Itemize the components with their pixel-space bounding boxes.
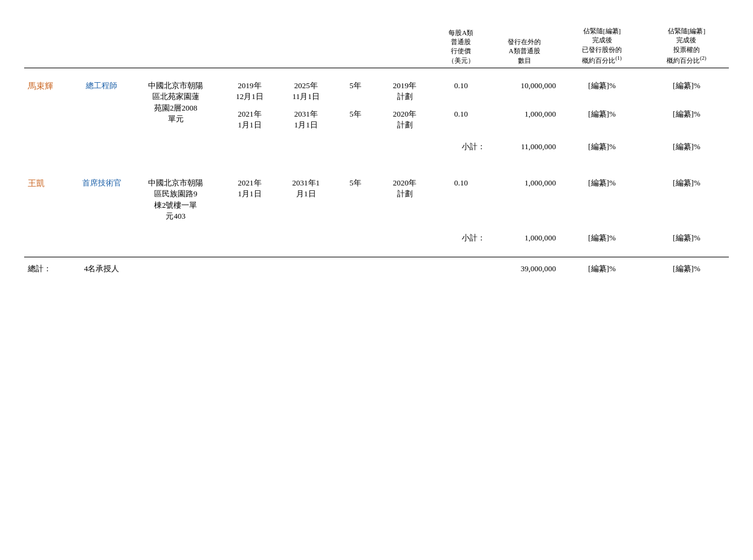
subtotal-row: 小計：11,000,000[編纂]%[編纂]% bbox=[24, 133, 729, 155]
subtotal-pct1: [編纂]% bbox=[560, 133, 644, 155]
col-pct2-line3: 投票權的 bbox=[648, 45, 725, 54]
col-vest-header bbox=[334, 24, 376, 68]
percentage-voting: [編纂]% bbox=[644, 105, 729, 133]
grant-date: 2021年 1月1日 bbox=[221, 105, 277, 133]
vesting-period: 5年 bbox=[334, 68, 376, 105]
subtotal-pct1: [編纂]% bbox=[560, 224, 644, 246]
col-pct1-line3: 已發行股份的 bbox=[563, 45, 641, 54]
person-name: 王凱 bbox=[24, 166, 74, 224]
exercise-price: 0.10 bbox=[433, 166, 489, 224]
spacer-row bbox=[24, 246, 729, 257]
table-row: 馬束輝總工程師中國北京市朝陽 區北苑家園蓮 苑園2層2008 單元2019年 1… bbox=[24, 68, 729, 105]
col-shares-line1: 發行在外的 bbox=[493, 37, 556, 47]
col-pct2-line1: 佔緊隨[編纂] bbox=[648, 27, 725, 36]
subtotal-label: 小計： bbox=[433, 133, 489, 155]
main-table-container: 每股A類 普通股 行使價 （美元） 發行在外的 A類普通股 數目 佔緊隨[編纂]… bbox=[24, 24, 729, 277]
percentage-voting: [編纂]% bbox=[644, 166, 729, 224]
subtotal-shares: 11,000,000 bbox=[489, 133, 560, 155]
col-shares-line3: 數目 bbox=[493, 56, 556, 65]
plan-name: 2020年 計劃 bbox=[376, 105, 433, 133]
total-grantee-count: 4名承授人 bbox=[74, 257, 130, 277]
col-price-line2: 普通股 bbox=[436, 37, 485, 47]
col-expiry-header bbox=[278, 24, 334, 68]
col-price-header: 每股A類 普通股 行使價 （美元） bbox=[433, 24, 489, 68]
shares-number: 10,000,000 bbox=[489, 68, 560, 105]
col-role-header bbox=[74, 24, 130, 68]
expiry-date: 2031年 1月1日 bbox=[278, 105, 334, 133]
col-shares-line2: A類普通股 bbox=[493, 47, 556, 56]
total-label: 總計： bbox=[24, 257, 74, 277]
plan-name: 2019年 計劃 bbox=[376, 68, 433, 105]
percentage-issued: [編纂]% bbox=[560, 68, 644, 105]
col-grant-header bbox=[221, 24, 277, 68]
col-price-line3: 行使價 bbox=[436, 47, 485, 56]
subtotal-pct2: [編纂]% bbox=[644, 224, 729, 246]
grant-date: 2021年 1月1日 bbox=[221, 166, 277, 224]
person-address: 中國北京市朝陽 區北苑家園蓮 苑園2層2008 單元 bbox=[130, 68, 222, 133]
col-pct1-line1: 佔緊隨[編纂] bbox=[563, 27, 641, 36]
col-pct2-header: 佔緊隨[編纂] 完成後 投票權的 概約百分比(2) bbox=[644, 24, 729, 68]
subtotal-row: 小計：1,000,000[編纂]%[編纂]% bbox=[24, 224, 729, 246]
col-pct1-header: 佔緊隨[編纂] 完成後 已發行股份的 概約百分比(1) bbox=[560, 24, 644, 68]
col-pct2-line2: 完成後 bbox=[648, 36, 725, 45]
col-name-header bbox=[24, 24, 74, 68]
expiry-date: 2031年1 月1日 bbox=[278, 166, 334, 224]
col-shares-header: 發行在外的 A類普通股 數目 bbox=[489, 24, 560, 68]
col-pct1-line4: 概約百分比(1) bbox=[563, 54, 641, 65]
plan-name: 2020年 計劃 bbox=[376, 166, 433, 224]
shares-number: 1,000,000 bbox=[489, 105, 560, 133]
vesting-period: 5年 bbox=[334, 166, 376, 224]
percentage-voting: [編纂]% bbox=[644, 68, 729, 105]
subtotal-pct2: [編纂]% bbox=[644, 133, 729, 155]
exercise-price: 0.10 bbox=[433, 68, 489, 105]
person-role: 總工程師 bbox=[74, 68, 130, 133]
shares-number: 1,000,000 bbox=[489, 166, 560, 224]
percentage-issued: [編纂]% bbox=[560, 166, 644, 224]
person-name: 馬束輝 bbox=[24, 68, 74, 133]
vesting-period: 5年 bbox=[334, 105, 376, 133]
col-price-line1: 每股A類 bbox=[436, 28, 485, 37]
header-row: 每股A類 普通股 行使價 （美元） 發行在外的 A類普通股 數目 佔緊隨[編纂]… bbox=[24, 24, 729, 68]
subtotal-label: 小計： bbox=[433, 224, 489, 246]
col-price-line4: （美元） bbox=[436, 56, 485, 65]
person-role: 首席技術官 bbox=[74, 166, 130, 224]
grant-date: 2019年 12月1日 bbox=[221, 68, 277, 105]
total-pct1: [編纂]% bbox=[560, 257, 644, 277]
col-pct1-line2: 完成後 bbox=[563, 36, 641, 45]
total-shares: 39,000,000 bbox=[489, 257, 560, 277]
table-row: 王凱首席技術官中國北京市朝陽 區民族園路9 棟2號樓一單 元4032021年 1… bbox=[24, 166, 729, 224]
total-pct2: [編纂]% bbox=[644, 257, 729, 277]
spacer-row bbox=[24, 155, 729, 166]
subtotal-shares: 1,000,000 bbox=[489, 224, 560, 246]
person-address: 中國北京市朝陽 區民族園路9 棟2號樓一單 元403 bbox=[130, 166, 222, 224]
col-pct2-line4: 概約百分比(2) bbox=[648, 54, 725, 65]
total-row: 總計：4名承授人39,000,000[編纂]%[編纂]% bbox=[24, 257, 729, 277]
col-plan-header bbox=[376, 24, 433, 68]
col-addr-header bbox=[130, 24, 222, 68]
expiry-date: 2025年 11月1日 bbox=[278, 68, 334, 105]
exercise-price: 0.10 bbox=[433, 105, 489, 133]
percentage-issued: [編纂]% bbox=[560, 105, 644, 133]
